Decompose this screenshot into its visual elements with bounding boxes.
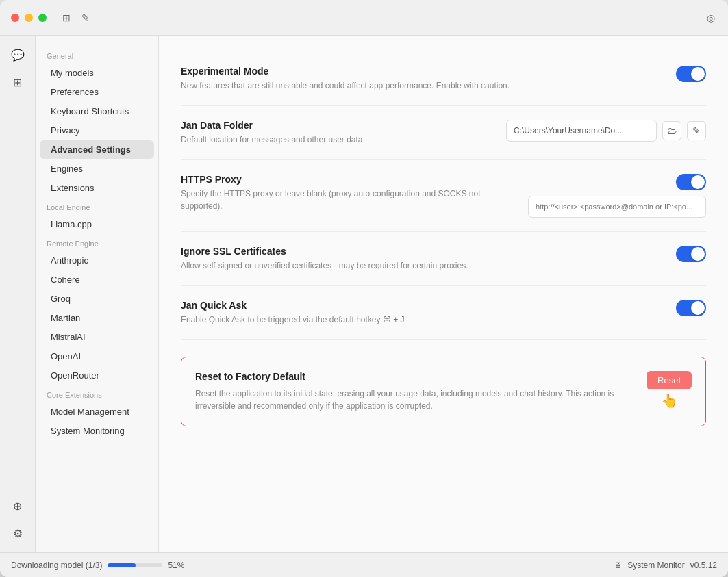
jan-data-folder-title: Jan Data Folder (181, 120, 495, 131)
sidebar-item-groq[interactable]: Groq (40, 290, 154, 308)
https-proxy-desc: Specify the HTTPS proxy or leave blank (… (181, 188, 517, 212)
jan-data-folder-row: Jan Data Folder Default location for mes… (181, 106, 706, 160)
chat-icon[interactable]: 💬 (7, 44, 29, 66)
sidebar-item-openai[interactable]: OpenAI (40, 347, 154, 366)
reset-info: Reset to Factory Default Reset the appli… (195, 371, 636, 412)
sidebar-item-llama-cpp[interactable]: Llama.cpp (40, 215, 154, 233)
reset-title: Reset to Factory Default (195, 371, 636, 382)
reset-desc: Reset the application to its initial sta… (195, 387, 636, 412)
cursor-icon: 👆 (661, 392, 678, 409)
sidebar-item-keyboard-shortcuts[interactable]: Keyboard Shortcuts (40, 102, 154, 120)
jan-quick-ask-info: Jan Quick Ask Enable Quick Ask to be tri… (181, 300, 665, 326)
https-proxy-info: HTTPS Proxy Specify the HTTPS proxy or l… (181, 174, 517, 212)
sidebar-item-engines[interactable]: Engines (40, 159, 154, 178)
jan-quick-ask-control (676, 300, 706, 316)
sidebar-item-mistralai[interactable]: MistralAI (40, 328, 154, 346)
ignore-ssl-desc: Allow self-signed or unverified certific… (181, 259, 665, 272)
sidebar-item-model-management[interactable]: Model Management (40, 402, 154, 421)
https-proxy-control (528, 174, 706, 218)
app-window: ⊞ ✎ ◎ 💬 ⊞ ⊕ ⚙ General My models Preferen… (0, 0, 728, 577)
experimental-mode-desc: New features that are still unstable and… (181, 79, 665, 92)
jan-quick-ask-row: Jan Quick Ask Enable Quick Ask to be tri… (181, 286, 706, 340)
titlebar: ⊞ ✎ ◎ (0, 0, 728, 36)
jan-quick-ask-hotkey: ⌘ + J (383, 315, 405, 324)
reset-section: Reset to Factory Default Reset the appli… (181, 357, 706, 426)
ignore-ssl-row: Ignore SSL Certificates Allow self-signe… (181, 232, 706, 286)
reset-button[interactable]: Reset (647, 371, 692, 389)
remote-engine-section-label: Remote Engine (36, 234, 158, 251)
sidebar-item-system-monitoring[interactable]: System Monitoring (40, 422, 154, 440)
https-proxy-input[interactable] (528, 196, 706, 218)
download-label: Downloading model (1/3) (11, 561, 102, 570)
local-engine-section-label: Local Engine (36, 198, 158, 214)
icon-bar: 💬 ⊞ ⊕ ⚙ (0, 36, 36, 552)
statusbar-right: 🖥 System Monitor v0.5.12 (614, 561, 717, 570)
jan-quick-ask-title: Jan Quick Ask (181, 300, 665, 311)
main-content: Experimental Mode New features that are … (159, 36, 728, 552)
reset-row: Reset to Factory Default Reset the appli… (195, 371, 692, 412)
sidebar-item-openrouter[interactable]: OpenRouter (40, 366, 154, 385)
close-button[interactable] (11, 14, 19, 22)
sidebar: General My models Preferences Keyboard S… (36, 36, 159, 552)
content-area: 💬 ⊞ ⊕ ⚙ General My models Preferences Ke… (0, 36, 728, 552)
jan-data-folder-info: Jan Data Folder Default location for mes… (181, 120, 495, 146)
sidebar-item-advanced-settings[interactable]: Advanced Settings (40, 140, 154, 159)
experimental-mode-info: Experimental Mode New features that are … (181, 66, 665, 92)
experimental-mode-toggle[interactable] (676, 66, 706, 82)
apps-icon[interactable]: ⊞ (7, 71, 29, 93)
maximize-button[interactable] (38, 14, 47, 22)
jan-quick-ask-toggle[interactable] (676, 300, 706, 316)
progress-bar-fill (108, 563, 136, 567)
sidebar-item-anthropic[interactable]: Anthropic (40, 251, 154, 270)
ignore-ssl-info: Ignore SSL Certificates Allow self-signe… (181, 246, 665, 272)
https-proxy-row: HTTPS Proxy Specify the HTTPS proxy or l… (181, 160, 706, 232)
statusbar: Downloading model (1/3) 51% 🖥 System Mon… (0, 552, 728, 577)
https-proxy-toggle[interactable] (676, 174, 706, 190)
sidebar-item-privacy[interactable]: Privacy (40, 121, 154, 140)
edit-path-button[interactable]: ✎ (687, 121, 706, 140)
general-section-label: General (36, 47, 158, 63)
jan-data-folder-desc: Default location for messages and other … (181, 133, 495, 146)
jan-data-folder-input[interactable] (506, 120, 657, 142)
version-label: v0.5.12 (690, 561, 717, 570)
edit-icon[interactable]: ✎ (79, 12, 92, 24)
progress-bar (108, 563, 162, 567)
jan-data-folder-control: 🗁 ✎ (506, 120, 706, 142)
add-icon[interactable]: ⊕ (7, 495, 29, 517)
ignore-ssl-title: Ignore SSL Certificates (181, 246, 665, 257)
monitor-icon: 🖥 (614, 561, 622, 570)
sidebar-item-extensions[interactable]: Extensions (40, 179, 154, 197)
sidebar-item-martian[interactable]: Martian (40, 309, 154, 327)
ignore-ssl-control (676, 246, 706, 262)
sidebar-item-cohere[interactable]: Cohere (40, 270, 154, 289)
sidebar-item-preferences[interactable]: Preferences (40, 83, 154, 101)
settings-icon[interactable]: ⚙ (7, 522, 29, 544)
experimental-mode-control (676, 66, 706, 82)
ignore-ssl-toggle[interactable] (676, 246, 706, 262)
help-icon[interactable]: ◎ (705, 12, 717, 24)
grid-icon[interactable]: ⊞ (60, 12, 73, 24)
minimize-button[interactable] (25, 14, 33, 22)
jan-quick-ask-desc: Enable Quick Ask to be triggered via the… (181, 313, 665, 326)
https-proxy-title: HTTPS Proxy (181, 174, 517, 185)
folder-icon-button[interactable]: 🗁 (662, 121, 681, 140)
progress-label: 51% (168, 561, 184, 570)
sidebar-item-my-models[interactable]: My models (40, 64, 154, 82)
core-extensions-section-label: Core Extensions (36, 385, 158, 402)
experimental-mode-title: Experimental Mode (181, 66, 665, 77)
experimental-mode-row: Experimental Mode New features that are … (181, 52, 706, 106)
system-monitor-label[interactable]: System Monitor (627, 561, 684, 570)
